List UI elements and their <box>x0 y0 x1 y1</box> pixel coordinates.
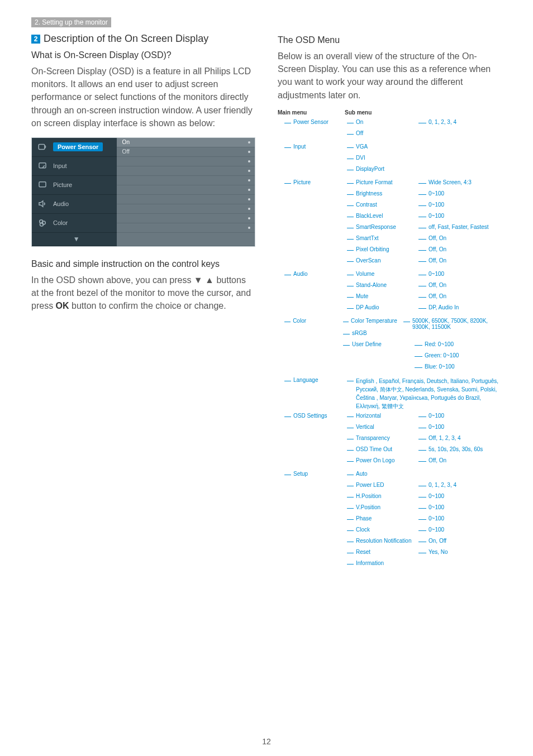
tree-sub-label: Mute <box>356 293 418 299</box>
tree-sub-label: BlackLevel <box>356 213 418 219</box>
tree-main-label: Language <box>293 377 341 383</box>
what-is-body: On-Screen Display (OSD) is a feature in … <box>31 65 255 130</box>
section-title: 2 Description of the On Screen Display <box>31 33 255 45</box>
tree-sub-label: User Define <box>352 341 415 347</box>
osd-menu-heading: The OSD Menu <box>278 35 502 45</box>
osd-option-cell[interactable] <box>117 185 255 195</box>
tree-sub-row: Volume0~100 <box>347 271 459 282</box>
tree-sub-value: Wide Screen, 4:3 <box>429 179 472 185</box>
breadcrumb: 2. Setting up the monitor <box>31 17 111 27</box>
chevron-down-icon: ▼ <box>73 235 80 243</box>
tree-sub-label: Contrast <box>356 202 418 208</box>
tree-sub-value: 0~100 <box>429 527 444 533</box>
tree-sub-label: Power On Logo <box>356 457 418 463</box>
tree-sub-row: MuteOff, On <box>347 293 459 304</box>
tree-sub-row: sRGB <box>343 330 502 341</box>
osd-option-cell[interactable]: On <box>117 138 255 147</box>
osd-item-icon <box>36 141 49 153</box>
osd-item-icon <box>36 217 49 229</box>
ok-label: OK <box>56 301 69 310</box>
basic-instruction-body: In the OSD shown above, you can press ▼ … <box>31 274 255 313</box>
tree-sub-value: Off, On <box>429 235 446 241</box>
osd-menu-item[interactable]: Audio <box>32 195 117 214</box>
osd-option-cell[interactable] <box>117 176 255 185</box>
tree-sub-row: Contrast0~100 <box>347 202 489 213</box>
section-title-text: Description of the On Screen Display <box>44 33 208 45</box>
tree-sub-value: Off, On <box>429 282 446 288</box>
tree-sub-row: Pixel OrbitingOff, On <box>347 246 489 257</box>
tree-sub-row: SmartTxtOff, On <box>347 235 489 246</box>
tree-sub-label: Horizontal <box>356 413 418 419</box>
tree-sub-label: DP Audio <box>356 304 418 310</box>
osd-option-cell[interactable]: Off <box>117 147 255 157</box>
tree-sub-row: SmartResponseoff, Fast, Faster, Fastest <box>347 224 489 235</box>
osd-option-cell[interactable] <box>117 195 255 204</box>
osd-item-icon <box>36 198 49 210</box>
tree-sub-label: Power LED <box>356 482 418 488</box>
tree-sub-label: Volume <box>356 271 418 277</box>
tree-sub-value: Off, On <box>429 246 446 252</box>
tree-sub-label: H.Position <box>356 493 418 499</box>
tree-sub-row: Color Temperature5000K, 6500K, 7500K, 82… <box>343 318 502 330</box>
tree-sub-row: ResetYes, No <box>347 549 456 560</box>
osd-scroll-down[interactable]: ▼ <box>32 233 117 246</box>
tree-sub-label: Off <box>356 130 418 136</box>
tree-main-item: OSD SettingsHorizontal0~100Vertical0~100… <box>284 413 502 468</box>
tree-sub-label: Clock <box>356 527 418 533</box>
svg-rect-2 <box>39 182 46 187</box>
tree-sub-row: DisplayPort <box>347 166 418 177</box>
basic-body-2: button to confirm the choice or change. <box>69 301 226 310</box>
tree-sub-row: OverScanOff, On <box>347 257 489 269</box>
tree-sub-label: DVI <box>356 155 418 161</box>
osd-option-cell[interactable] <box>117 204 255 214</box>
tree-header-main: Main menu <box>278 109 345 116</box>
tree-sub-label: VGA <box>356 143 418 150</box>
tree-sub-value: DP, Audio In <box>429 304 459 310</box>
tree-sub-row: DVI <box>347 155 418 166</box>
tree-sub-value: 5s, 10s, 20s, 30s, 60s <box>429 446 483 452</box>
tree-sub-row: Power LED0, 1, 2, 3, 4 <box>347 482 456 493</box>
tree-sub-label: On <box>356 119 418 125</box>
tree-sub-value: 0~100 <box>429 202 444 208</box>
osd-option-cell[interactable] <box>117 223 255 233</box>
tree-main-label: Color <box>293 318 337 324</box>
tree-main-label: Power Sensor <box>293 119 341 125</box>
osd-item-label: Audio <box>53 200 69 207</box>
tree-sub-label: Picture Format <box>356 179 418 185</box>
tree-sub-label: Resolution Notification <box>356 538 418 544</box>
osd-item-icon <box>36 160 49 172</box>
osd-menu-body: Below is an overall view of the structur… <box>278 50 502 102</box>
tree-sub-row: OSD Time Out5s, 10s, 20s, 30s, 60s <box>347 446 483 457</box>
tree-sub-value: 0~100 <box>429 504 444 510</box>
tree-sub-row: Phase0~100 <box>347 515 456 527</box>
osd-item-label: Power Sensor <box>53 142 103 151</box>
tree-sub-row: User DefineRed: 0~100Green: 0~100Blue: 0… <box>343 341 502 375</box>
osd-menu-item[interactable]: Picture <box>32 176 117 195</box>
tree-sub-label: Transparency <box>356 435 418 441</box>
tree-sub-row: V.Position0~100 <box>347 504 456 515</box>
tree-sub-row: VGA <box>347 143 418 155</box>
tree-main-label: Picture <box>293 179 341 185</box>
page-number: 12 <box>0 737 533 746</box>
tree-sub-row: DP AudioDP, Audio In <box>347 304 459 315</box>
osd-option-cell[interactable] <box>117 157 255 166</box>
tree-sub-value: off, Fast, Faster, Fastest <box>429 224 489 230</box>
osd-option-cell[interactable] <box>117 166 255 176</box>
tree-main-item: SetupAutoPower LED0, 1, 2, 3, 4H.Positio… <box>284 471 502 571</box>
tree-sub-label: OverScan <box>356 257 418 264</box>
tree-main-item: ColorColor Temperature5000K, 6500K, 7500… <box>284 318 502 375</box>
tree-sub-value: Off, On <box>429 257 446 264</box>
osd-item-label: Input <box>53 162 66 169</box>
tree-header: Main menu Sub menu <box>278 109 502 116</box>
tree-sub-label: Reset <box>356 549 418 555</box>
osd-menu-item[interactable]: Power Sensor <box>32 138 117 157</box>
tree-main-label: Input <box>293 143 341 150</box>
tree-sub-row: Power On LogoOff, On <box>347 457 483 468</box>
osd-menu-item[interactable]: Color <box>32 214 117 233</box>
what-is-heading: What is On-Screen Display (OSD)? <box>31 50 255 60</box>
osd-mockup: Power SensorOnOffInputPictureAudioColor▼ <box>31 137 255 247</box>
osd-option-cell[interactable] <box>117 214 255 223</box>
tree-sub-row: BlackLevel0~100 <box>347 213 489 224</box>
tree-sub-row: Brightness0~100 <box>347 190 489 202</box>
osd-menu-item[interactable]: Input <box>32 157 117 176</box>
